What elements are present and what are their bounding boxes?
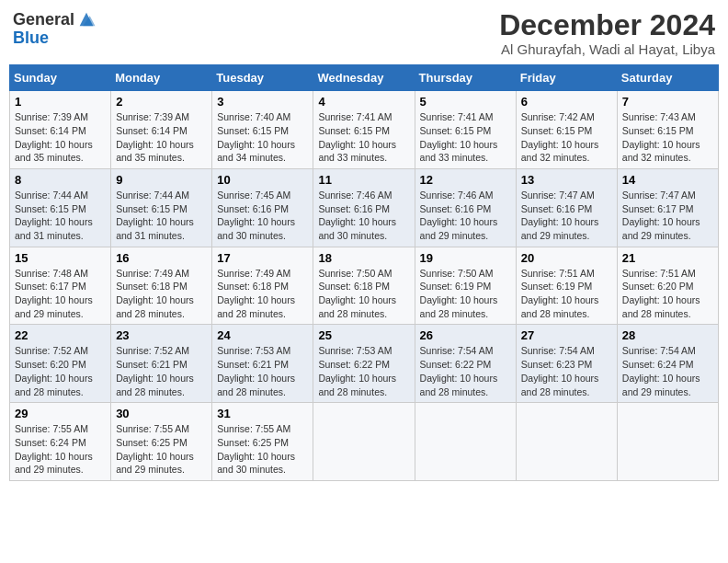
calendar-cell: 4Sunrise: 7:41 AMSunset: 6:15 PMDaylight… [313,91,415,169]
day-number: 9 [116,173,207,187]
day-info: Sunrise: 7:45 AMSunset: 6:16 PMDaylight:… [217,190,295,241]
day-info: Sunrise: 7:50 AMSunset: 6:19 PMDaylight:… [420,268,498,319]
calendar-cell: 1Sunrise: 7:39 AMSunset: 6:14 PMDaylight… [10,91,111,169]
day-info: Sunrise: 7:46 AMSunset: 6:16 PMDaylight:… [318,190,396,241]
day-info: Sunrise: 7:51 AMSunset: 6:20 PMDaylight:… [622,268,700,319]
day-header-tuesday: Tuesday [212,65,313,91]
day-number: 21 [622,251,713,265]
day-info: Sunrise: 7:46 AMSunset: 6:16 PMDaylight:… [420,190,498,241]
day-number: 27 [521,328,612,342]
day-header-monday: Monday [111,65,212,91]
calendar-cell: 27Sunrise: 7:54 AMSunset: 6:23 PMDayligh… [516,325,617,403]
calendar-cell: 13Sunrise: 7:47 AMSunset: 6:16 PMDayligh… [516,168,617,247]
logo: General Blue [13,9,97,47]
calendar-cell: 28Sunrise: 7:54 AMSunset: 6:24 PMDayligh… [617,325,718,403]
day-number: 17 [217,251,308,265]
day-info: Sunrise: 7:41 AMSunset: 6:15 PMDaylight:… [420,111,498,163]
day-info: Sunrise: 7:55 AMSunset: 6:24 PMDaylight:… [15,423,93,475]
main-title: December 2024 [499,9,715,41]
calendar-cell: 22Sunrise: 7:52 AMSunset: 6:20 PMDayligh… [10,325,111,403]
calendar-cell: 6Sunrise: 7:42 AMSunset: 6:15 PMDaylight… [516,91,617,169]
calendar-cell: 3Sunrise: 7:40 AMSunset: 6:15 PMDaylight… [212,91,313,169]
day-info: Sunrise: 7:44 AMSunset: 6:15 PMDaylight:… [116,190,194,241]
day-info: Sunrise: 7:39 AMSunset: 6:14 PMDaylight:… [15,111,93,163]
logo-general: General [13,11,74,28]
calendar-cell: 20Sunrise: 7:51 AMSunset: 6:19 PMDayligh… [516,247,617,325]
calendar-cell: 18Sunrise: 7:50 AMSunset: 6:18 PMDayligh… [313,247,415,325]
day-number: 10 [217,173,308,187]
day-info: Sunrise: 7:48 AMSunset: 6:17 PMDaylight:… [15,268,93,319]
day-info: Sunrise: 7:51 AMSunset: 6:19 PMDaylight:… [521,268,599,319]
day-info: Sunrise: 7:42 AMSunset: 6:15 PMDaylight:… [521,111,599,163]
calendar-cell: 11Sunrise: 7:46 AMSunset: 6:16 PMDayligh… [313,168,415,247]
calendar-cell: 12Sunrise: 7:46 AMSunset: 6:16 PMDayligh… [415,168,516,247]
day-header-sunday: Sunday [10,65,111,91]
calendar-cell [617,403,718,481]
day-number: 12 [420,173,511,187]
day-number: 18 [318,251,409,265]
title-block: December 2024 Al Ghurayfah, Wadi al Haya… [499,9,715,57]
calendar-cell: 14Sunrise: 7:47 AMSunset: 6:17 PMDayligh… [617,168,718,247]
day-number: 22 [15,328,106,342]
calendar-cell: 7Sunrise: 7:43 AMSunset: 6:15 PMDaylight… [617,91,718,169]
calendar-cell: 2Sunrise: 7:39 AMSunset: 6:14 PMDaylight… [111,91,212,169]
calendar-cell: 19Sunrise: 7:50 AMSunset: 6:19 PMDayligh… [415,247,516,325]
day-number: 4 [318,95,409,109]
day-info: Sunrise: 7:47 AMSunset: 6:16 PMDaylight:… [521,190,599,241]
day-info: Sunrise: 7:54 AMSunset: 6:23 PMDaylight:… [521,345,599,396]
calendar-cell: 10Sunrise: 7:45 AMSunset: 6:16 PMDayligh… [212,168,313,247]
day-number: 20 [521,251,612,265]
calendar-cell [415,403,516,481]
logo-icon [76,9,97,29]
day-info: Sunrise: 7:41 AMSunset: 6:15 PMDaylight:… [318,111,396,163]
day-info: Sunrise: 7:53 AMSunset: 6:22 PMDaylight:… [318,345,396,396]
day-number: 30 [116,407,207,420]
day-number: 8 [15,173,106,187]
calendar-cell: 21Sunrise: 7:51 AMSunset: 6:20 PMDayligh… [617,247,718,325]
calendar-cell [313,403,415,481]
day-info: Sunrise: 7:44 AMSunset: 6:15 PMDaylight:… [15,190,93,241]
day-info: Sunrise: 7:53 AMSunset: 6:21 PMDaylight:… [217,345,295,396]
day-number: 19 [420,251,511,265]
calendar-table: SundayMondayTuesdayWednesdayThursdayFrid… [9,64,719,481]
calendar-cell: 24Sunrise: 7:53 AMSunset: 6:21 PMDayligh… [212,325,313,403]
day-number: 13 [521,173,612,187]
calendar-cell: 5Sunrise: 7:41 AMSunset: 6:15 PMDaylight… [415,91,516,169]
day-number: 7 [622,95,713,109]
calendar-week-row: 15Sunrise: 7:48 AMSunset: 6:17 PMDayligh… [10,247,719,325]
calendar-cell: 26Sunrise: 7:54 AMSunset: 6:22 PMDayligh… [415,325,516,403]
calendar-cell: 17Sunrise: 7:49 AMSunset: 6:18 PMDayligh… [212,247,313,325]
day-info: Sunrise: 7:50 AMSunset: 6:18 PMDaylight:… [318,268,396,319]
logo-blue: Blue [13,29,49,47]
day-info: Sunrise: 7:52 AMSunset: 6:20 PMDaylight:… [15,345,93,396]
day-number: 1 [15,95,106,109]
day-info: Sunrise: 7:55 AMSunset: 6:25 PMDaylight:… [217,423,295,475]
calendar-week-row: 1Sunrise: 7:39 AMSunset: 6:14 PMDaylight… [10,91,719,169]
calendar-week-row: 29Sunrise: 7:55 AMSunset: 6:24 PMDayligh… [10,403,719,481]
day-info: Sunrise: 7:49 AMSunset: 6:18 PMDaylight:… [116,268,194,319]
day-header-thursday: Thursday [415,65,516,91]
day-number: 23 [116,328,207,342]
sub-title: Al Ghurayfah, Wadi al Hayat, Libya [499,41,715,57]
calendar-cell: 15Sunrise: 7:48 AMSunset: 6:17 PMDayligh… [10,247,111,325]
day-info: Sunrise: 7:40 AMSunset: 6:15 PMDaylight:… [217,111,295,163]
day-info: Sunrise: 7:54 AMSunset: 6:24 PMDaylight:… [622,345,700,396]
day-number: 29 [15,407,106,420]
day-number: 31 [217,407,308,420]
day-info: Sunrise: 7:52 AMSunset: 6:21 PMDaylight:… [116,345,194,396]
day-number: 5 [420,95,511,109]
day-number: 24 [217,328,308,342]
calendar-cell: 23Sunrise: 7:52 AMSunset: 6:21 PMDayligh… [111,325,212,403]
day-number: 26 [420,328,511,342]
day-header-wednesday: Wednesday [313,65,415,91]
day-info: Sunrise: 7:55 AMSunset: 6:25 PMDaylight:… [116,423,194,475]
day-info: Sunrise: 7:54 AMSunset: 6:22 PMDaylight:… [420,345,498,396]
day-number: 2 [116,95,207,109]
calendar-cell: 8Sunrise: 7:44 AMSunset: 6:15 PMDaylight… [10,168,111,247]
calendar-week-row: 22Sunrise: 7:52 AMSunset: 6:20 PMDayligh… [10,325,719,403]
day-header-friday: Friday [516,65,617,91]
calendar-cell: 9Sunrise: 7:44 AMSunset: 6:15 PMDaylight… [111,168,212,247]
calendar-cell: 25Sunrise: 7:53 AMSunset: 6:22 PMDayligh… [313,325,415,403]
day-header-saturday: Saturday [617,65,718,91]
day-number: 14 [622,173,713,187]
